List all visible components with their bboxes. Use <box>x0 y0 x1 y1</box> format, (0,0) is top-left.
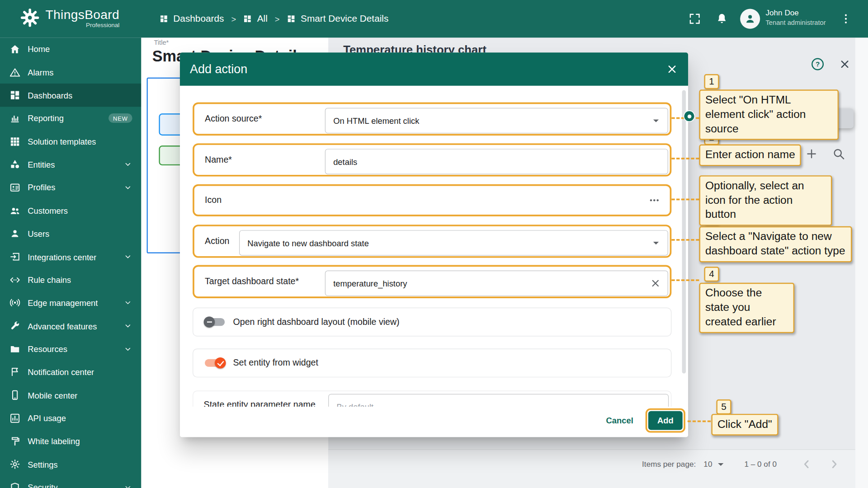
sidebar-item-label: API usage <box>28 413 66 423</box>
dialog-title: Add action <box>190 62 247 76</box>
user-name: John Doe <box>765 8 826 18</box>
top-header: ThingsBoard Professional Dashboards>All>… <box>0 0 868 38</box>
add-action-icon[interactable] <box>805 147 818 160</box>
sidebar-item-label: Dashboards <box>28 90 72 100</box>
dialog-close-icon[interactable] <box>666 63 678 75</box>
icon-field[interactable]: Icon <box>193 184 671 216</box>
sidebar-item-advanced-features[interactable]: Advanced features <box>0 314 141 338</box>
integrations-icon <box>9 251 20 262</box>
action-source-value: On HTML element click <box>333 116 419 126</box>
chevron-down-icon <box>123 298 132 307</box>
sidebar-item-mobile-center[interactable]: Mobile center <box>0 384 141 407</box>
users-icon <box>9 228 20 239</box>
sidebar-item-integrations-center[interactable]: Integrations center <box>0 245 141 268</box>
api-usage-icon <box>9 413 20 423</box>
target-state-value: temperature_history <box>333 279 407 288</box>
action-type-select[interactable]: Navigate to new dashboard state <box>239 230 668 255</box>
sidebar-item-rule-chains[interactable]: Rule chains <box>0 268 141 291</box>
breadcrumb-label: Smart Device Details <box>301 13 388 24</box>
sidebar-item-settings[interactable]: Settings <box>0 453 141 476</box>
target-state-input[interactable]: temperature_history <box>325 271 668 296</box>
sidebar-item-edge-management[interactable]: Edge management <box>0 291 141 314</box>
add-button[interactable]: Add <box>648 411 683 430</box>
dashboards-icon <box>243 14 252 23</box>
sidebar-item-home[interactable]: Home <box>0 38 141 61</box>
sidebar-item-entities[interactable]: Entities <box>0 153 141 176</box>
sidebar-item-security[interactable]: Security <box>0 476 141 488</box>
sidebar-item-label: Rule chains <box>28 275 71 285</box>
cancel-button[interactable]: Cancel <box>606 416 633 425</box>
set-entity-toggle[interactable] <box>204 357 226 368</box>
reporting-icon <box>9 113 20 124</box>
set-entity-toggle-row[interactable]: Set entity from widget <box>193 348 671 377</box>
home-icon <box>9 44 20 55</box>
sidebar-item-white-labeling[interactable]: White labeling <box>0 430 141 453</box>
notifications-bell-icon[interactable] <box>715 12 728 25</box>
breadcrumb-label: All <box>257 13 268 24</box>
avatar[interactable] <box>740 9 760 29</box>
breadcrumb-separator: > <box>231 14 236 23</box>
sidebar-item-profiles[interactable]: Profiles <box>0 176 141 199</box>
clear-icon[interactable] <box>650 278 661 289</box>
sidebar-item-label: Users <box>28 229 49 239</box>
sidebar-item-label: Resources <box>28 344 67 354</box>
dashboards-icon <box>287 14 296 23</box>
help-icon[interactable]: ? <box>811 57 824 70</box>
sidebar-item-solution-templates[interactable]: Solution templates <box>0 130 141 153</box>
sidebar-item-label: Integrations center <box>28 252 96 262</box>
next-page-icon[interactable] <box>828 458 841 471</box>
add-button-highlight: Add <box>646 408 685 432</box>
solution-templates-icon <box>9 136 20 147</box>
chevron-down-icon <box>123 252 132 261</box>
name-input[interactable]: details <box>325 149 668 174</box>
sidebar-item-resources[interactable]: Resources <box>0 338 141 361</box>
sidebar-item-label: Security <box>28 483 57 488</box>
action-source-field[interactable]: Action source* On HTML element click <box>193 103 671 136</box>
name-field[interactable]: Name* details <box>193 143 671 176</box>
sidebar-item-users[interactable]: Users <box>0 222 141 245</box>
dialog-header: Add action <box>180 52 688 85</box>
kebab-menu-icon[interactable] <box>839 12 852 25</box>
action-source-select[interactable]: On HTML element click <box>325 108 668 133</box>
items-per-page-caret-icon[interactable] <box>718 463 723 466</box>
edge-management-icon <box>9 297 20 308</box>
previous-page-icon[interactable] <box>800 458 813 471</box>
breadcrumb-smart-device-details[interactable]: Smart Device Details <box>287 13 388 24</box>
brand[interactable]: ThingsBoard Professional <box>20 7 119 28</box>
security-icon <box>9 482 20 488</box>
fullscreen-icon[interactable] <box>688 12 701 25</box>
mobile-layout-toggle-row[interactable]: Open right dashboard layout (mobile view… <box>193 308 671 337</box>
sidebar-item-label: Customers <box>28 206 68 216</box>
sidebar-item-label: Reporting <box>28 114 64 123</box>
sidebar-item-reporting[interactable]: ReportingNEW <box>0 107 141 130</box>
settings-icon <box>9 459 20 469</box>
svg-text:?: ? <box>816 60 820 68</box>
breadcrumb-all[interactable]: All <box>243 13 268 24</box>
sidebar-item-alarms[interactable]: Alarms <box>0 61 141 84</box>
thingsboard-logo-icon <box>20 8 40 28</box>
dropdown-caret-icon <box>653 119 659 122</box>
sidebar-item-dashboards[interactable]: Dashboards <box>0 84 141 107</box>
mobile-layout-toggle[interactable] <box>204 316 226 327</box>
brand-name: ThingsBoard <box>45 7 119 22</box>
items-per-page-select[interactable]: 10 <box>703 458 712 470</box>
chevron-down-icon <box>123 345 132 354</box>
panel-close-icon[interactable] <box>839 58 851 70</box>
app: ThingsBoard Professional Dashboards>All>… <box>0 0 868 488</box>
alarms-icon <box>9 67 20 78</box>
sidebar-item-api-usage[interactable]: API usage <box>0 407 141 430</box>
user-info[interactable]: John Doe Tenant administrator <box>765 8 826 27</box>
icon-picker-button[interactable] <box>648 194 661 207</box>
set-entity-label: Set entity from widget <box>233 349 318 377</box>
sidebar-item-label: Home <box>28 44 50 54</box>
dialog-scrollbar[interactable] <box>682 90 686 374</box>
sidebar-item-notification-center[interactable]: Notification center <box>0 361 141 384</box>
breadcrumb-dashboards[interactable]: Dashboards <box>160 13 224 24</box>
search-icon[interactable] <box>832 147 845 160</box>
sidebar-item-customers[interactable]: Customers <box>0 199 141 222</box>
resources-icon <box>9 343 20 354</box>
add-action-dialog: Add action Action source* On HTML elemen… <box>180 52 688 437</box>
chevron-down-icon <box>123 183 132 192</box>
action-type-field[interactable]: Action Navigate to new dashboard state <box>193 225 671 258</box>
target-state-field[interactable]: Target dashboard state* temperature_hist… <box>193 265 671 298</box>
